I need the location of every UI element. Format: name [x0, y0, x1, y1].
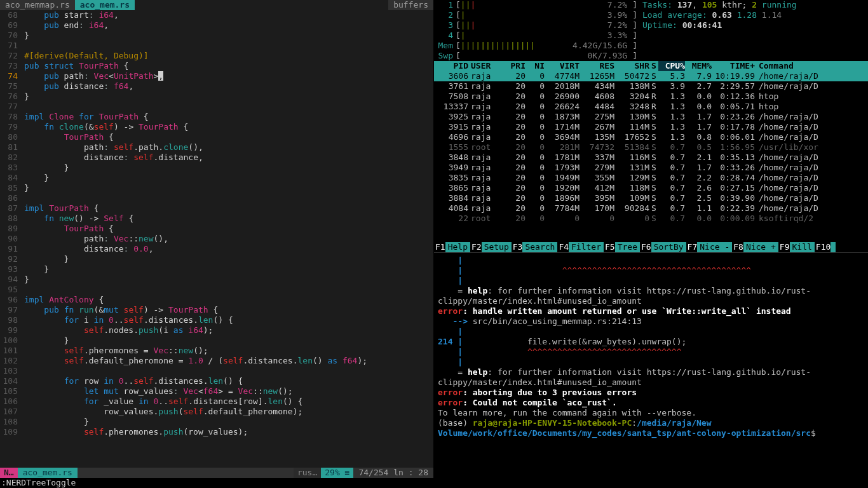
process-row[interactable]: 13337raja2002662444843248R1.30.00:05.71h…: [434, 102, 868, 112]
process-row[interactable]: 3925raja2001873M275M130MS1.31.70:23.26/h…: [434, 112, 868, 122]
code-line[interactable]: 108 }: [0, 417, 433, 427]
fkey-label-F10[interactable]: [831, 242, 836, 252]
fkey-label-F6[interactable]: SortBy: [651, 242, 686, 252]
code-line[interactable]: 103: [0, 366, 433, 376]
code-line[interactable]: 99 self.nodes.push(i as i64);: [0, 325, 433, 336]
process-row[interactable]: 4696raja2003694M135M17652S1.30.80:06.01/…: [434, 132, 868, 142]
process-row[interactable]: 22root200000S0.70.00:00.09ksoftirqd/2: [434, 214, 868, 224]
col-pid[interactable]: PID: [437, 61, 468, 71]
process-row[interactable]: 3606raja2004774M1265M50472S5.37.910:19.9…: [434, 71, 868, 81]
code-content[interactable]: self.pheromones.push(row_values);: [24, 427, 433, 437]
process-row[interactable]: 3848raja2001781M337M116MS0.72.10:35.13/h…: [434, 152, 868, 163]
code-line[interactable]: 83 }: [0, 163, 433, 173]
code-line[interactable]: 73pub struct TourPath {: [0, 61, 433, 71]
htop-pane[interactable]: 1[|||7.2%]2[|3.9%]3[|||7.2%]4[|3.3%]Mem[…: [434, 0, 868, 253]
fkey-label-F9[interactable]: Kill: [790, 242, 815, 252]
function-keys[interactable]: F1HelpF2SetupF3SearchF4FilterF5TreeF6Sor…: [434, 242, 868, 252]
code-content[interactable]: [24, 366, 433, 376]
process-row[interactable]: 4084raja2007784M170M90284S0.71.10:22.39/…: [434, 203, 868, 214]
code-content[interactable]: }: [24, 92, 433, 102]
code-content[interactable]: }: [24, 336, 433, 346]
fkey-label-F7[interactable]: Nice -: [697, 242, 732, 252]
code-line[interactable]: 104 for row in 0..self.distances.len() {: [0, 376, 433, 386]
process-row[interactable]: 3761raja2002018M434M138MS3.92.72:29.57/h…: [434, 81, 868, 92]
code-content[interactable]: pub end: i64,: [24, 20, 433, 30]
tab-aco_memmap-rs[interactable]: aco_memmap.rs: [0, 0, 75, 10]
code-line[interactable]: 82 distance: self.distance,: [0, 152, 433, 163]
code-content[interactable]: row_values.push(self.default_pheromone);: [24, 407, 433, 417]
code-content[interactable]: TourPath {: [24, 132, 433, 142]
code-content[interactable]: pub path: Vec<UnitPath>,: [24, 71, 433, 81]
code-content[interactable]: pub start: i64,: [24, 10, 433, 20]
col-s[interactable]: S: [649, 61, 658, 71]
code-line[interactable]: 106 for _value in 0..self.distances[row]…: [0, 396, 433, 407]
code-content[interactable]: distance: self.distance,: [24, 152, 433, 163]
code-area[interactable]: 68 pub start: i64,69 pub end: i64,70}717…: [0, 10, 433, 468]
code-content[interactable]: for row in 0..self.distances.len() {: [24, 376, 433, 386]
code-content[interactable]: }: [24, 254, 433, 264]
code-content[interactable]: }: [24, 163, 433, 173]
process-row[interactable]: 1555root200281M7473251384S0.70.51:56.95/…: [434, 142, 868, 152]
col-virt[interactable]: VIRT: [545, 61, 580, 71]
code-content[interactable]: }: [24, 30, 433, 41]
code-content[interactable]: [24, 102, 433, 112]
code-content[interactable]: impl Clone for TourPath {: [24, 112, 433, 122]
code-content[interactable]: #[derive(Default, Debug)]: [24, 51, 433, 61]
fkey-label-F2[interactable]: Setup: [482, 242, 512, 252]
code-line[interactable]: 72#[derive(Default, Debug)]: [0, 51, 433, 61]
fkey-label-F5[interactable]: Tree: [615, 242, 640, 252]
col-command[interactable]: Command: [755, 61, 865, 71]
buffers-label[interactable]: buffers: [388, 0, 433, 10]
code-content[interactable]: TourPath {: [24, 224, 433, 234]
code-line[interactable]: 78impl Clone for TourPath {: [0, 112, 433, 122]
code-line[interactable]: 98 for i in 0..self.distances.len() {: [0, 315, 433, 325]
code-line[interactable]: 88 fn new() -> Self {: [0, 214, 433, 224]
col-mem%[interactable]: MEM%: [685, 61, 712, 71]
code-content[interactable]: for i in 0..self.distances.len() {: [24, 315, 433, 325]
col-shr[interactable]: SHR: [614, 61, 649, 71]
code-line[interactable]: 75 pub distance: f64,: [0, 81, 433, 92]
code-content[interactable]: self.default_pheromone = 1.0 / (self.dis…: [24, 356, 433, 366]
code-content[interactable]: pub fn run(&mut self) -> TourPath {: [24, 305, 433, 315]
code-content[interactable]: pub distance: f64,: [24, 81, 433, 92]
fkey-label-F1[interactable]: Help: [445, 242, 470, 252]
code-content[interactable]: let mut row_values: Vec<f64> = Vec::new(…: [24, 386, 433, 396]
process-list[interactable]: 3606raja2004774M1265M50472S5.37.910:19.9…: [434, 71, 868, 242]
code-line[interactable]: 109 self.pheromones.push(row_values);: [0, 427, 433, 437]
code-line[interactable]: 101 self.pheromones = Vec::new();: [0, 346, 433, 356]
code-line[interactable]: 74 pub path: Vec<UnitPath>,: [0, 71, 433, 81]
code-line[interactable]: 68 pub start: i64,: [0, 10, 433, 20]
code-content[interactable]: }: [24, 264, 433, 274]
code-line[interactable]: 95: [0, 285, 433, 295]
code-line[interactable]: 69 pub end: i64,: [0, 20, 433, 30]
code-content[interactable]: }: [24, 173, 433, 183]
code-content[interactable]: path: Vec::new(),: [24, 234, 433, 244]
col-cpu%[interactable]: CPU%: [658, 61, 685, 71]
code-content[interactable]: self.nodes.push(i as i64);: [24, 325, 433, 336]
tab-aco_mem-rs[interactable]: aco_mem.rs: [75, 0, 135, 10]
process-row[interactable]: 3865raja2001920M412M118MS0.72.60:27.15/h…: [434, 183, 868, 193]
code-content[interactable]: [24, 41, 433, 51]
process-row[interactable]: 3915raja2001714M267M114MS1.31.70:17.78/h…: [434, 122, 868, 132]
code-line[interactable]: 81 path: self.path.clone(),: [0, 142, 433, 152]
col-user[interactable]: USER: [468, 61, 500, 71]
code-line[interactable]: 100 }: [0, 336, 433, 346]
process-row[interactable]: 3949raja2001793M279M131MS0.71.70:33.26/h…: [434, 163, 868, 173]
code-line[interactable]: 102 self.default_pheromone = 1.0 / (self…: [0, 356, 433, 366]
code-line[interactable]: 93 }: [0, 264, 433, 274]
code-content[interactable]: fn clone(&self) -> TourPath {: [24, 122, 433, 132]
code-line[interactable]: 105 let mut row_values: Vec<f64> = Vec::…: [0, 386, 433, 396]
code-line[interactable]: 96impl AntColony {: [0, 295, 433, 305]
col-time+[interactable]: TIME+: [712, 61, 755, 71]
code-line[interactable]: 107 row_values.push(self.default_pheromo…: [0, 407, 433, 417]
code-content[interactable]: pub struct TourPath {: [24, 61, 433, 71]
fkey-label-F4[interactable]: Filter: [569, 242, 604, 252]
code-line[interactable]: 89 TourPath {: [0, 224, 433, 234]
process-header[interactable]: PIDUSERPRINIVIRTRESSHRSCPU%MEM%TIME+Comm…: [434, 61, 868, 71]
code-line[interactable]: 87impl TourPath {: [0, 203, 433, 214]
code-line[interactable]: 84 }: [0, 173, 433, 183]
code-content[interactable]: distance: 0.0,: [24, 244, 433, 254]
code-content[interactable]: impl TourPath {: [24, 203, 433, 214]
code-content[interactable]: }: [24, 274, 433, 285]
col-pri[interactable]: PRI: [500, 61, 526, 71]
